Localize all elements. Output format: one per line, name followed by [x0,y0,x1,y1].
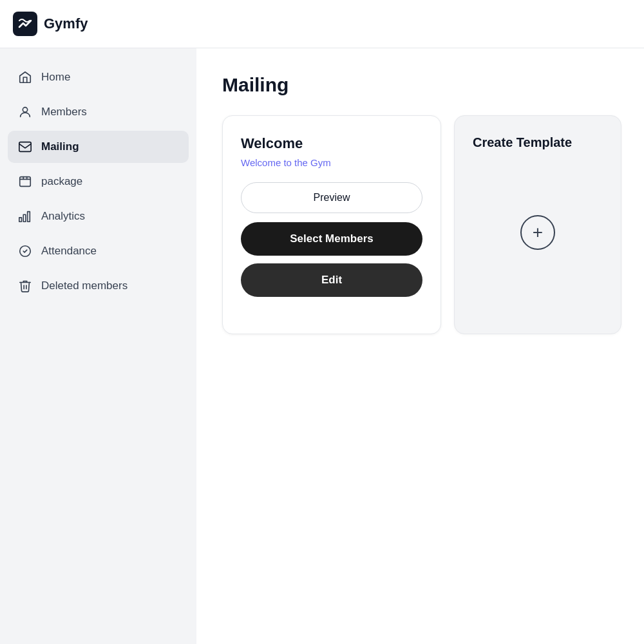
create-template-button[interactable]: + [520,215,555,250]
attendance-icon [18,244,32,258]
header: Gymfy [0,0,644,48]
mail-card-title: Welcome [241,135,422,152]
sidebar: Home Members Mailing package [0,48,196,644]
cards-row: Welcome Welcome to the Gym Preview Selec… [222,115,618,334]
mail-card-subtitle: Welcome to the Gym [241,157,422,168]
svg-rect-4 [19,218,22,222]
create-card-title: Create Template [473,135,572,150]
svg-point-1 [23,108,27,112]
sidebar-item-members[interactable]: Members [8,96,189,128]
preview-button[interactable]: Preview [241,182,422,213]
svg-rect-6 [28,212,30,222]
main-layout: Home Members Mailing package [0,48,644,644]
analytics-icon [18,209,32,223]
main-content: Mailing Welcome Welcome to the Gym Previ… [196,48,644,644]
sidebar-item-members-label: Members [41,106,87,118]
package-icon [18,175,32,189]
sidebar-item-home[interactable]: Home [8,61,189,93]
sidebar-item-deleted-members[interactable]: Deleted members [8,270,189,302]
sidebar-item-package[interactable]: package [8,166,189,198]
mailing-icon [18,140,32,154]
logo-area: Gymfy [13,12,88,36]
sidebar-item-home-label: Home [41,71,70,84]
svg-rect-5 [23,214,26,222]
home-icon [18,70,32,84]
mail-card: Welcome Welcome to the Gym Preview Selec… [222,115,441,334]
members-icon [18,105,32,119]
gymfy-logo-icon [13,12,37,36]
sidebar-item-deleted-members-label: Deleted members [41,279,128,292]
edit-button[interactable]: Edit [241,263,422,297]
plus-icon: + [533,223,543,242]
sidebar-item-mailing[interactable]: Mailing [8,131,189,163]
app-name: Gymfy [44,15,88,32]
sidebar-item-mailing-label: Mailing [41,140,79,153]
sidebar-item-package-label: package [41,175,82,188]
svg-rect-0 [13,12,37,36]
svg-rect-2 [19,142,31,152]
sidebar-item-analytics[interactable]: Analytics [8,200,189,232]
sidebar-item-attendance-label: Attendance [41,245,97,258]
sidebar-item-attendance[interactable]: Attendance [8,235,189,267]
sidebar-item-analytics-label: Analytics [41,210,85,223]
deleted-icon [18,279,32,293]
select-members-button[interactable]: Select Members [241,222,422,256]
svg-rect-3 [20,177,31,187]
page-title: Mailing [222,74,618,96]
create-template-card: Create Template + [454,115,621,334]
